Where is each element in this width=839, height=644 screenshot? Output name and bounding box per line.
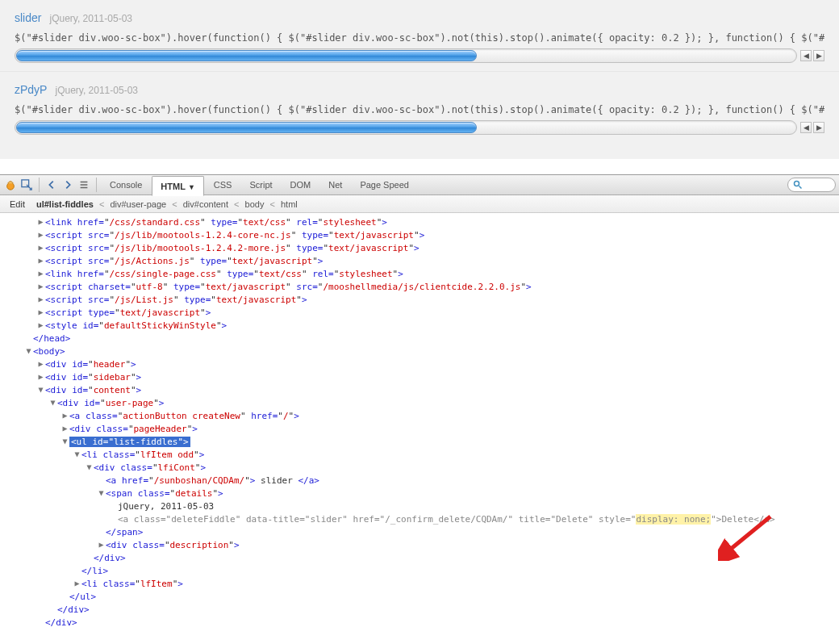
tree-line[interactable]: </ul>	[0, 591, 839, 604]
tree-line[interactable]: <span class="details">	[0, 487, 839, 500]
tree-line[interactable]: <div class="description">	[0, 539, 839, 552]
disclosure-icon[interactable]	[36, 280, 45, 293]
tree-line[interactable]: </div>	[0, 552, 839, 565]
crumb[interactable]: div#user-page	[110, 199, 166, 209]
prev-button[interactable]: ◀	[800, 122, 812, 133]
search-icon	[793, 180, 803, 190]
search-input[interactable]	[803, 179, 830, 190]
disclosure-icon[interactable]	[36, 358, 45, 370]
disclosure-icon[interactable]	[73, 577, 81, 590]
tree-line[interactable]: </li>	[0, 565, 839, 578]
tree-line[interactable]: <script charset="utf-8" type="text/javas…	[0, 281, 839, 294]
tree-line[interactable]: <div class="lfiCont">	[0, 462, 839, 475]
fiddle-title-link[interactable]: zPdyP	[15, 83, 47, 96]
tree-line[interactable]: <script type="text/javascript">	[0, 307, 839, 320]
tree-line[interactable]: </div>	[0, 617, 839, 629]
tree-line[interactable]: <link href="/css/single-page.css" type="…	[0, 268, 839, 281]
tree-line[interactable]: <script src="/js/lib/mootools-1.2.4.2-mo…	[0, 242, 839, 255]
fiddle-title-link[interactable]: slider	[15, 11, 41, 24]
disclosure-icon[interactable]	[36, 319, 45, 332]
tab-pagespeed[interactable]: Page Speed	[352, 175, 417, 195]
tree-line[interactable]: <link href="/css/standard.css" type="tex…	[0, 216, 839, 229]
firebug-icon[interactable]	[3, 178, 18, 192]
tree-line[interactable]: <li class="lfItem odd">	[0, 449, 839, 462]
tree-line[interactable]: <a class="deleteFiddle" data-title="slid…	[0, 513, 839, 526]
disclosure-icon[interactable]	[36, 293, 45, 306]
tree-line[interactable]: <div id="content">	[0, 384, 839, 397]
tree-line[interactable]: <body>	[0, 345, 839, 358]
disclosure-icon[interactable]	[73, 448, 81, 461]
fiddle-card: zPdyP jQuery, 2011-05-03 $("#slider div.…	[0, 72, 839, 143]
tree-line[interactable]: <div id="user-page">	[0, 397, 839, 410]
tree-line[interactable]: <script src="/js/Actions.js" type="text/…	[0, 255, 839, 268]
back-icon[interactable]	[44, 178, 59, 192]
tree-line[interactable]: <script src="/js/List.js" type="text/jav…	[0, 294, 839, 307]
disclosure-icon[interactable]	[85, 461, 94, 474]
tab-dom[interactable]: DOM	[282, 175, 319, 195]
tree-line[interactable]: <a class="actionButton createNew" href="…	[0, 410, 839, 423]
progress-bar[interactable]	[15, 120, 797, 135]
lines-icon[interactable]	[77, 178, 91, 192]
disclosure-icon[interactable]	[61, 409, 69, 422]
forward-icon[interactable]	[61, 178, 75, 192]
crumb[interactable]: body	[245, 199, 265, 209]
tree-line[interactable]: <script src="/js/lib/mootools-1.2.4-core…	[0, 229, 839, 242]
search-box[interactable]	[787, 178, 836, 192]
svg-point-2	[795, 182, 799, 186]
disclosure-icon[interactable]	[36, 306, 45, 319]
disclosure-icon[interactable]	[24, 345, 33, 358]
breadcrumb-bar: Edit ul#list-fiddles < div#user-page < d…	[0, 195, 839, 213]
prev-button[interactable]: ◀	[800, 50, 812, 61]
tree-line[interactable]: </div>	[0, 604, 839, 617]
tree-line[interactable]: <style id="defaultStickyWinStyle">	[0, 320, 839, 332]
disclosure-icon[interactable]	[36, 228, 45, 241]
caret-down-icon: ▼	[188, 183, 195, 191]
disclosure-icon[interactable]	[97, 487, 106, 500]
tree-line[interactable]: <a href="/sunboshan/CQDAm/"> slider </a>	[0, 475, 839, 487]
disclosure-icon[interactable]	[36, 370, 45, 383]
tab-net[interactable]: Net	[320, 175, 350, 195]
tab-css[interactable]: CSS	[206, 175, 240, 195]
tree-line[interactable]: jQuery, 2011-05-03	[0, 500, 839, 513]
tree-line[interactable]: <div id="sidebar">	[0, 371, 839, 384]
next-button[interactable]: ▶	[813, 50, 824, 61]
disclosure-icon[interactable]	[36, 267, 45, 280]
next-button[interactable]: ▶	[813, 122, 824, 133]
page-content: slider jQuery, 2011-05-03 $("#slider div…	[0, 0, 839, 159]
tree-line[interactable]: <ul id="list-fiddles">	[0, 436, 839, 449]
code-preview: $("#slider div.woo-sc-box").hover(functi…	[15, 32, 824, 44]
tree-line[interactable]: </span>	[0, 526, 839, 539]
tree-line[interactable]: <li class="lfItem">	[0, 578, 839, 591]
crumb[interactable]: div#content	[183, 199, 228, 209]
inspect-icon[interactable]	[19, 178, 34, 192]
edit-button[interactable]: Edit	[5, 199, 30, 209]
tab-script[interactable]: Script	[241, 175, 280, 195]
disclosure-icon[interactable]	[36, 383, 45, 396]
progress-bar[interactable]	[15, 48, 797, 63]
fiddle-meta: jQuery, 2011-05-03	[49, 13, 132, 24]
tree-line[interactable]: </head>	[0, 332, 839, 345]
fiddle-card: slider jQuery, 2011-05-03 $("#slider div…	[0, 0, 839, 72]
tree-line[interactable]: <div class="pageHeader">	[0, 423, 839, 436]
tab-console[interactable]: Console	[102, 175, 150, 195]
fiddle-meta: jQuery, 2011-05-03	[55, 85, 138, 96]
crumb[interactable]: ul#list-fiddles	[36, 199, 94, 209]
disclosure-icon[interactable]	[36, 215, 45, 228]
disclosure-icon[interactable]	[36, 254, 45, 267]
devtools-toolbar: Console HTML▼ CSS Script DOM Net Page Sp…	[0, 175, 839, 195]
disclosure-icon[interactable]	[61, 435, 69, 448]
disclosure-icon[interactable]	[61, 422, 69, 435]
tree-line[interactable]: <div id="header">	[0, 358, 839, 371]
tab-html[interactable]: HTML▼	[152, 176, 203, 196]
dom-tree[interactable]: <link href="/css/standard.css" type="tex…	[0, 213, 839, 644]
svg-point-0	[7, 182, 15, 190]
code-preview: $("#slider div.woo-sc-box").hover(functi…	[15, 104, 824, 115]
disclosure-icon[interactable]	[36, 241, 45, 254]
disclosure-icon[interactable]	[97, 538, 106, 551]
disclosure-icon[interactable]	[48, 396, 57, 409]
crumb[interactable]: html	[281, 199, 298, 209]
devtools-panel: Console HTML▼ CSS Script DOM Net Page Sp…	[0, 174, 839, 644]
